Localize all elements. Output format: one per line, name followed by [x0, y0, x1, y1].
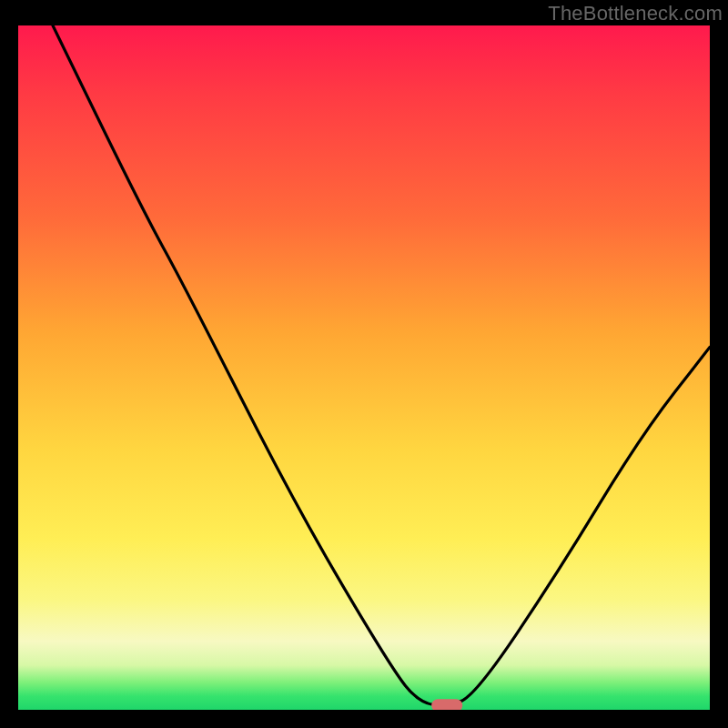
curve-layer: [18, 25, 710, 710]
watermark-text: TheBottleneck.com: [548, 2, 723, 25]
bottleneck-curve: [53, 25, 710, 705]
minimum-marker: [431, 699, 462, 710]
plot-area: [18, 25, 710, 710]
chart-frame: TheBottleneck.com: [0, 0, 728, 728]
